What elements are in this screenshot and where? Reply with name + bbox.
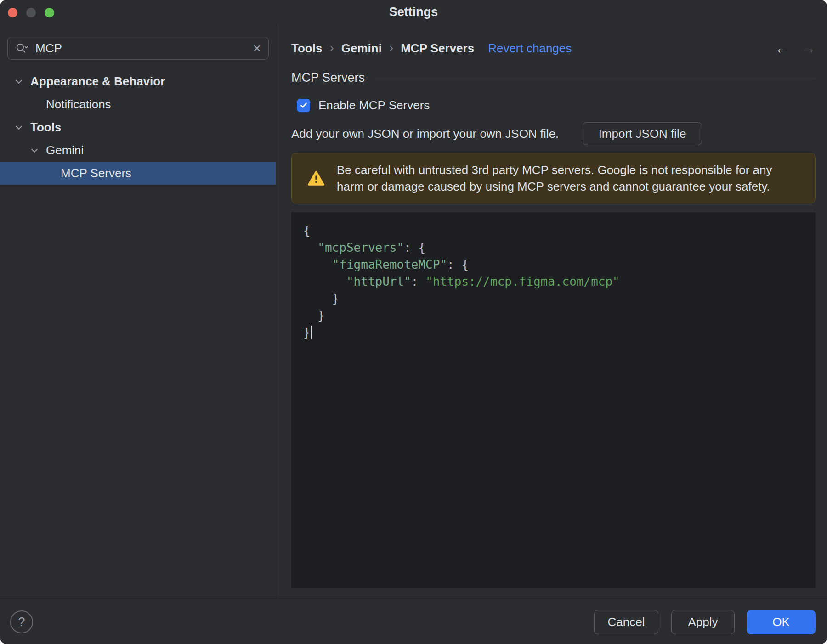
settings-window: Settings × Appearance & BehaviorNotifica…: [0, 0, 827, 644]
tree-chevron-slot: [32, 149, 46, 152]
code-token: [303, 275, 346, 288]
code-line: }: [303, 324, 816, 341]
cancel-button[interactable]: Cancel: [594, 610, 658, 634]
sidebar-item-gemini[interactable]: Gemini: [0, 139, 276, 162]
close-window-button[interactable]: [8, 8, 17, 17]
code-token: "mcpServers": [317, 241, 404, 254]
tree-chevron-slot: [17, 126, 30, 129]
code-token: }: [303, 309, 325, 322]
code-line: {: [303, 222, 816, 239]
add-json-text: Add your own JSON or import your own JSO…: [291, 127, 559, 141]
code-token: : {: [404, 241, 425, 254]
code-token: }: [303, 292, 339, 305]
code-line: }: [303, 290, 816, 307]
sidebar-item-label: MCP Servers: [61, 166, 131, 181]
warning-text: Be careful with untrusted 3rd party MCP …: [337, 162, 799, 195]
breadcrumb-tools[interactable]: Tools: [291, 41, 322, 56]
main-panel: Tools › Gemini › MCP Servers Revert chan…: [276, 24, 827, 598]
code-token: }: [303, 326, 311, 339]
code-token: {: [303, 224, 311, 237]
search-input[interactable]: [35, 41, 246, 56]
clear-search-icon[interactable]: ×: [253, 41, 261, 55]
code-token: "figmaRemoteMCP": [332, 258, 447, 271]
titlebar: Settings: [0, 0, 827, 24]
history-nav: ← →: [775, 40, 816, 57]
tree-chevron-slot: [17, 80, 30, 83]
settings-search-box[interactable]: ×: [7, 37, 269, 60]
window-title: Settings: [389, 5, 438, 19]
apply-button[interactable]: Apply: [671, 610, 735, 634]
breadcrumb: Tools › Gemini › MCP Servers Revert chan…: [291, 38, 816, 59]
footer-bar: ? Cancel Apply OK: [0, 598, 827, 644]
code-token: "httpUrl": [346, 275, 411, 288]
settings-sidebar: × Appearance & BehaviorNotificationsTool…: [0, 24, 276, 598]
breadcrumb-separator-icon: ›: [389, 40, 393, 55]
help-button[interactable]: ?: [10, 610, 33, 633]
sidebar-item-label: Gemini: [46, 143, 84, 158]
revert-changes-link[interactable]: Revert changes: [488, 41, 572, 56]
chevron-down-icon[interactable]: [16, 123, 22, 129]
enable-mcp-checkbox[interactable]: [297, 99, 310, 112]
code-token: : {: [447, 258, 469, 271]
warning-banner: Be careful with untrusted 3rd party MCP …: [291, 153, 816, 203]
sidebar-item-tools[interactable]: Tools: [0, 116, 276, 139]
zoom-window-button[interactable]: [45, 8, 54, 17]
enable-mcp-label: Enable MCP Servers: [318, 98, 430, 113]
json-editor-code: { "mcpServers": { "figmaRemoteMCP": { "h…: [303, 222, 816, 341]
chevron-down-icon[interactable]: [16, 77, 22, 83]
breadcrumb-separator-icon: ›: [329, 40, 334, 55]
search-icon: [15, 42, 29, 55]
checkmark-icon: [299, 101, 308, 110]
sidebar-item-mcp-servers[interactable]: MCP Servers: [0, 162, 276, 185]
forward-arrow-icon[interactable]: →: [801, 40, 816, 57]
code-line: "mcpServers": {: [303, 239, 816, 256]
chevron-down-icon[interactable]: [31, 146, 38, 152]
sidebar-item-label: Notifications: [46, 97, 111, 112]
sidebar-item-notifications[interactable]: Notifications: [0, 93, 276, 116]
code-line: "figmaRemoteMCP": {: [303, 256, 816, 273]
section-divider: [375, 78, 816, 78]
settings-tree: Appearance & BehaviorNotificationsToolsG…: [0, 70, 276, 185]
warning-icon: [307, 170, 325, 186]
text-caret: [311, 326, 312, 339]
breadcrumb-gemini[interactable]: Gemini: [341, 41, 382, 56]
code-line: "httpUrl": "https://mcp.figma.com/mcp": [303, 273, 816, 290]
code-line: }: [303, 307, 816, 324]
code-token: [303, 241, 317, 254]
code-token: "https://mcp.figma.com/mcp": [425, 275, 620, 288]
enable-mcp-row: Enable MCP Servers: [297, 97, 430, 113]
minimize-window-button[interactable]: [26, 8, 36, 17]
code-token: :: [411, 275, 425, 288]
section-title: MCP Servers: [291, 71, 365, 85]
json-editor[interactable]: { "mcpServers": { "figmaRemoteMCP": { "h…: [291, 212, 816, 588]
sidebar-item-label: Appearance & Behavior: [30, 74, 165, 89]
import-json-button[interactable]: Import JSON file: [583, 122, 702, 145]
breadcrumb-mcp-servers[interactable]: MCP Servers: [401, 41, 474, 56]
question-mark-icon: ?: [18, 615, 25, 629]
code-token: [303, 258, 332, 271]
sidebar-item-label: Tools: [30, 120, 61, 135]
back-arrow-icon[interactable]: ←: [775, 40, 789, 57]
ok-button[interactable]: OK: [747, 610, 816, 634]
section-header: MCP Servers: [291, 69, 816, 86]
window-controls: [8, 8, 54, 17]
sidebar-item-appearance-behavior[interactable]: Appearance & Behavior: [0, 70, 276, 93]
